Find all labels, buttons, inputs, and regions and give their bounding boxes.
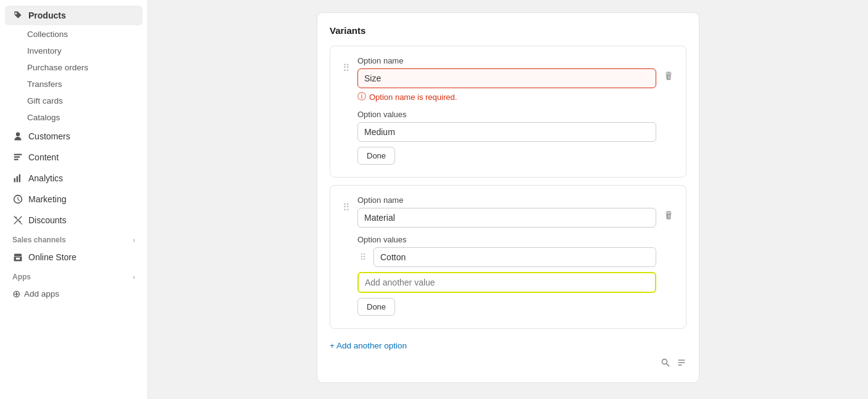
analytics-icon xyxy=(12,173,23,184)
svg-rect-1 xyxy=(14,156,20,157)
trash-icon-1 xyxy=(664,71,674,81)
option-block-2: ⠿ Option name Option values ⠿ Done xyxy=(330,185,686,329)
sidebar-item-inventory[interactable]: Inventory xyxy=(5,43,143,59)
apps-section: Apps › xyxy=(0,268,148,284)
sidebar-item-customers[interactable]: Customers xyxy=(5,126,143,146)
option2-value-input-1[interactable] xyxy=(373,247,656,267)
sidebar-item-analytics[interactable]: Analytics xyxy=(5,168,143,188)
add-another-option-link[interactable]: + Add another option xyxy=(330,341,407,350)
marketing-icon xyxy=(12,194,23,205)
content-icon xyxy=(12,152,23,163)
option1-name-input[interactable] xyxy=(357,68,656,88)
sales-channels-chevron[interactable]: › xyxy=(133,236,135,244)
tag-icon xyxy=(12,10,23,21)
svg-rect-4 xyxy=(17,176,18,183)
drag-handle-1[interactable]: ⠿ xyxy=(340,61,353,75)
sidebar-item-collections[interactable]: Collections xyxy=(5,27,143,42)
sales-channels-section: Sales channels › xyxy=(0,231,148,247)
trash-icon-2 xyxy=(664,210,674,220)
option1-error: ⓘ Option name is required. xyxy=(357,91,656,102)
products-label: Products xyxy=(28,10,66,20)
list-icon[interactable] xyxy=(677,358,686,370)
svg-rect-0 xyxy=(14,154,22,155)
option-block-1: ⠿ Option name ⓘ Option name is required.… xyxy=(330,46,686,178)
sidebar-item-discounts[interactable]: Discounts xyxy=(5,210,143,230)
sidebar-item-content[interactable]: Content xyxy=(5,147,143,167)
sidebar-item-purchase-orders[interactable]: Purchase orders xyxy=(5,60,143,75)
option2-values-label: Option values xyxy=(357,235,656,244)
svg-rect-5 xyxy=(19,175,20,183)
svg-rect-3 xyxy=(14,178,15,182)
main-content: Variants ⠿ Option name ⓘ Option name is … xyxy=(148,0,868,399)
option1-name-label: Option name xyxy=(357,56,656,65)
add-another-value-input[interactable] xyxy=(357,272,656,293)
plus-icon: ⊕ xyxy=(12,288,20,300)
drag-handle-2[interactable]: ⠿ xyxy=(340,200,353,215)
discounts-icon xyxy=(12,215,23,226)
error-icon-1: ⓘ xyxy=(357,91,366,102)
option1-done-button[interactable]: Done xyxy=(357,147,395,165)
variants-title: Variants xyxy=(330,25,686,36)
variants-card: Variants ⠿ Option name ⓘ Option name is … xyxy=(317,12,699,383)
option2-done-button[interactable]: Done xyxy=(357,298,395,316)
sidebar-item-marketing[interactable]: Marketing xyxy=(5,189,143,209)
add-apps-item[interactable]: ⊕ Add apps xyxy=(5,284,143,303)
sidebar-item-gift-cards[interactable]: Gift cards xyxy=(5,93,143,109)
sidebar-item-transfers[interactable]: Transfers xyxy=(5,76,143,92)
sidebar: Products Collections Inventory Purchase … xyxy=(0,0,148,399)
option2-values-section: Option values ⠿ xyxy=(357,235,656,293)
option1-values-label: Option values xyxy=(357,110,656,119)
sidebar-item-online-store[interactable]: Online Store xyxy=(5,247,143,267)
option1-delete-button[interactable] xyxy=(661,68,676,85)
bottom-actions xyxy=(330,358,686,370)
option2-name-input[interactable] xyxy=(357,208,656,228)
option2-value-row-1: ⠿ xyxy=(357,247,656,267)
apps-chevron[interactable]: › xyxy=(133,273,135,281)
option2-delete-button[interactable] xyxy=(661,208,676,224)
option1-value-input-1[interactable] xyxy=(357,122,656,142)
option1-values-section: Option values xyxy=(357,110,656,142)
drag-handle-value-1[interactable]: ⠿ xyxy=(357,251,369,263)
sidebar-item-products[interactable]: Products xyxy=(5,6,143,25)
store-icon xyxy=(12,252,23,263)
svg-rect-2 xyxy=(14,158,19,160)
sidebar-item-catalogs[interactable]: Catalogs xyxy=(5,110,143,125)
person-icon xyxy=(12,131,23,142)
option2-name-label: Option name xyxy=(357,195,656,205)
search-icon[interactable] xyxy=(661,358,670,370)
